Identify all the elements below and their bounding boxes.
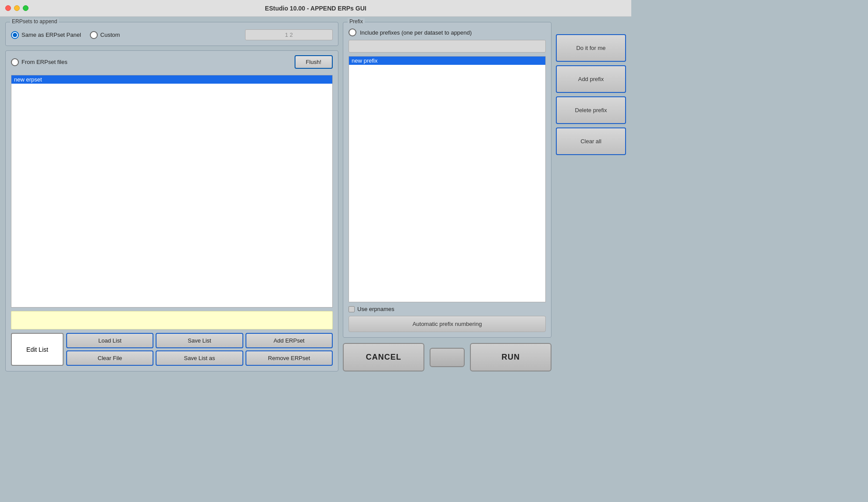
- minimize-button[interactable]: [14, 5, 20, 11]
- do-it-for-me-button[interactable]: Do it for me: [556, 34, 626, 62]
- prefix-group-title: Prefix: [348, 18, 365, 25]
- from-erpset-label-row: From ERPset files: [11, 58, 68, 66]
- right-panel-inner: Prefix Include prefixes (one per dataset…: [343, 22, 551, 371]
- clear-all-button[interactable]: Clear all: [556, 127, 626, 155]
- radio-same-inner: [13, 33, 17, 37]
- radio-same-circle: [11, 31, 19, 39]
- prefix-action-buttons: Do it for me Add prefix Delete prefix Cl…: [556, 22, 626, 371]
- maximize-button[interactable]: [23, 5, 28, 11]
- prefix-text-input[interactable]: [349, 40, 546, 53]
- close-button[interactable]: [5, 5, 11, 11]
- clear-file-button[interactable]: Clear File: [66, 350, 153, 366]
- remove-erpset-button[interactable]: Remove ERPset: [245, 350, 333, 366]
- auto-prefix-button[interactable]: Automatic prefix numbering: [349, 316, 546, 332]
- left-panel: ERPsets to append Same as ERPset Panel C…: [5, 22, 338, 371]
- flush-button[interactable]: Flush!: [295, 55, 333, 69]
- save-list-as-button[interactable]: Save List as: [156, 350, 243, 366]
- delete-prefix-button[interactable]: Delete prefix: [556, 96, 626, 124]
- cancel-button[interactable]: CANCEL: [343, 343, 424, 371]
- traffic-lights: [5, 5, 28, 11]
- run-button[interactable]: RUN: [470, 343, 551, 371]
- bottom-button-grid: Load List Save List Add ERPset Clear Fil…: [66, 333, 333, 366]
- add-erpset-button[interactable]: Add ERPset: [245, 333, 333, 348]
- right-panel: Prefix Include prefixes (one per dataset…: [343, 22, 626, 371]
- radio-group: Same as ERPset Panel Custom: [11, 31, 120, 39]
- erpsets-group-title: ERPsets to append: [10, 18, 59, 25]
- erpset-files-header: From ERPset files Flush!: [11, 55, 333, 69]
- include-prefix-label: Include prefixes (one per dataset to app…: [360, 29, 472, 36]
- include-prefix-radio[interactable]: [349, 28, 356, 36]
- save-list-button[interactable]: Save List: [156, 333, 243, 348]
- yellow-status-bar: [11, 311, 333, 329]
- erpset-files-group: From ERPset files Flush! new erpset Edit…: [5, 50, 338, 371]
- middle-button[interactable]: [430, 348, 465, 367]
- erpset-list-box[interactable]: new erpset: [11, 75, 333, 308]
- use-erpnames-row: Use erpnames: [349, 306, 546, 312]
- add-prefix-button[interactable]: Add prefix: [556, 65, 626, 93]
- use-erpnames-label: Use erpnames: [357, 306, 395, 312]
- include-prefix-row: Include prefixes (one per dataset to app…: [349, 27, 546, 36]
- load-list-button[interactable]: Load List: [66, 333, 153, 348]
- radio-custom-circle: [90, 31, 98, 39]
- erpset-list-item-1[interactable]: new erpset: [11, 75, 332, 84]
- number-input[interactable]: 1 2: [245, 29, 333, 40]
- window-title: EStudio 10.00 - APPEND ERPs GUI: [265, 5, 366, 12]
- erpsets-group: ERPsets to append Same as ERPset Panel C…: [5, 22, 338, 46]
- bottom-buttons: Edit List Load List Save List Add ERPset…: [11, 333, 333, 366]
- prefix-group: Prefix Include prefixes (one per dataset…: [343, 22, 551, 338]
- radio-from-erpset-circle[interactable]: [11, 58, 19, 66]
- prefix-list-item-1[interactable]: new prefix: [349, 57, 545, 65]
- main-content: ERPsets to append Same as ERPset Panel C…: [0, 17, 631, 377]
- radio-same-erpset[interactable]: Same as ERPset Panel: [11, 31, 81, 39]
- title-bar: EStudio 10.00 - APPEND ERPs GUI: [0, 0, 631, 17]
- use-erpnames-checkbox[interactable]: [349, 306, 355, 312]
- edit-list-button[interactable]: Edit List: [11, 333, 64, 366]
- erpsets-top: Same as ERPset Panel Custom 1 2: [11, 27, 333, 40]
- from-erpset-label: From ERPset files: [21, 59, 68, 65]
- prefix-list-box[interactable]: new prefix: [349, 56, 546, 302]
- radio-custom[interactable]: Custom: [90, 31, 120, 39]
- radio-same-label: Same as ERPset Panel: [21, 32, 81, 38]
- radio-custom-label: Custom: [100, 32, 120, 38]
